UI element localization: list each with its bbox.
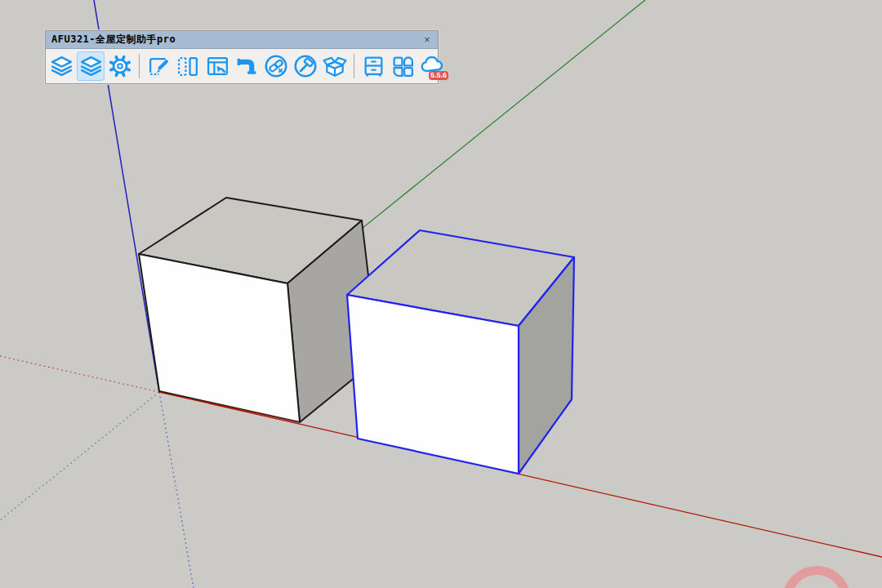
close-icon[interactable]: × [421,34,433,45]
gear-icon [108,54,132,78]
draw-edit-button[interactable] [145,51,172,81]
settings-button[interactable] [106,51,134,81]
repair-tools-icon [293,54,318,78]
sketchup-viewport[interactable]: AFU321-全屋定制助手pro × [0,0,882,588]
window-paint-button[interactable] [203,51,231,81]
green-axis-negative [0,392,159,520]
window-paint-icon [206,55,229,78]
plugin-titlebar[interactable]: AFU321-全屋定制助手pro × [46,31,438,49]
toolbar-separator [354,54,354,78]
cube-selected-front-face[interactable] [347,295,519,474]
open-box-icon [323,54,347,78]
cabinet-icon [362,55,385,78]
cube-unselected[interactable] [139,198,378,422]
edit-rectangle-icon [147,55,171,78]
components-grid-icon [391,55,415,78]
link-button[interactable] [262,51,290,81]
pipe-icon [235,55,259,78]
layers-icon [50,55,74,78]
toolbar-separator [139,54,140,78]
plugin-title: AFU321-全屋定制助手pro [51,31,176,48]
plugin-toolbar-window: AFU321-全屋定制助手pro × [45,30,439,84]
layers-button[interactable] [47,51,75,81]
3d-scene [0,0,882,588]
components-grid-button[interactable] [389,51,416,81]
blue-axis-negative [159,392,194,588]
watermark-ring [787,571,847,588]
pipe-button[interactable] [233,51,261,81]
red-axis-negative [0,356,159,392]
plugin-icon-row: 5.5.6 [46,49,438,83]
double-panel-icon [176,55,200,78]
version-badge: 5.5.6 [429,71,448,80]
link-icon [264,54,288,78]
cloud-version-button[interactable]: 5.5.6 [418,51,446,81]
layers-active-button[interactable] [77,51,105,81]
open-box-button[interactable] [321,51,349,81]
repair-tools-button[interactable] [292,51,319,81]
cabinet-button[interactable] [359,51,387,81]
cube-selected[interactable] [347,230,574,474]
layers-active-icon [79,55,103,78]
double-panel-button[interactable] [174,51,202,81]
